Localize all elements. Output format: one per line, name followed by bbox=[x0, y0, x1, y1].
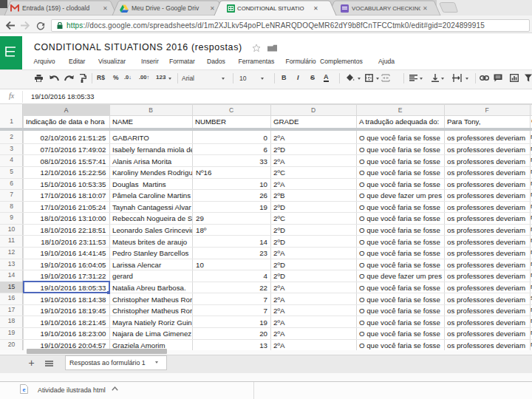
svg-text:e: e bbox=[22, 386, 25, 393]
